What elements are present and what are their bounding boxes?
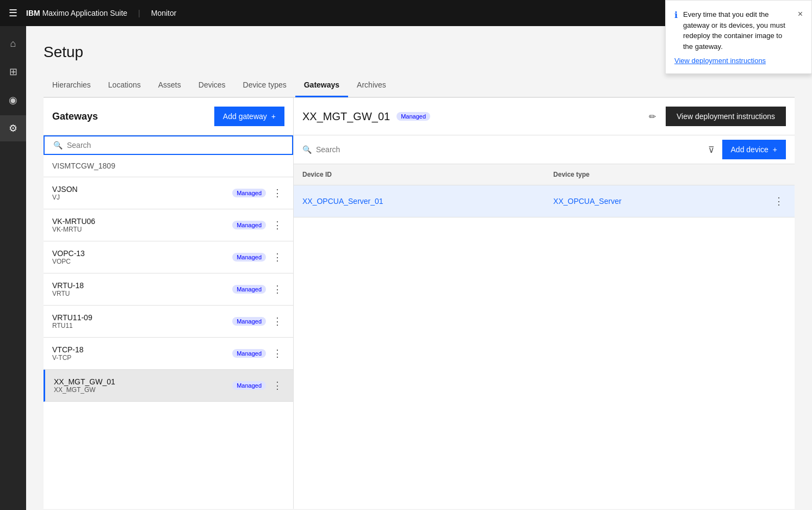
device-panel-managed-badge: Managed bbox=[396, 112, 430, 121]
device-panel: XX_MGT_GW_01 Managed ✏ View deployment i… bbox=[294, 98, 795, 509]
list-item[interactable]: VRTU-18 VRTU Managed ⋮ bbox=[44, 273, 293, 306]
brand: IBM Maximo Application Suite bbox=[26, 9, 127, 17]
gateway-item-sub: RTU11 bbox=[52, 322, 232, 329]
notification-close-button[interactable]: × bbox=[798, 9, 803, 19]
list-item[interactable]: VJSON VJ Managed ⋮ bbox=[44, 177, 293, 209]
left-sidebar: ⌂ ⊞ ◉ ⚙ bbox=[0, 26, 26, 510]
gateway-item-name: VJSON bbox=[52, 185, 232, 194]
edit-gateway-button[interactable]: ✏ bbox=[646, 108, 659, 125]
device-table-header: Device ID Device type bbox=[294, 164, 795, 185]
gateway-item-name: VOPC-13 bbox=[52, 249, 232, 258]
add-gateway-label: Add gateway bbox=[223, 112, 267, 121]
add-gateway-button[interactable]: Add gateway + bbox=[214, 107, 284, 126]
gateway-item-name: VRTU11-09 bbox=[52, 313, 232, 322]
gateway-kebab-button[interactable]: ⋮ bbox=[270, 185, 284, 201]
managed-badge: Managed bbox=[232, 189, 266, 197]
gateway-item-info: VOPC-13 VOPC bbox=[52, 249, 232, 265]
list-item[interactable]: XX_MGT_GW_01 XX_MGT_GW Managed ⋮ bbox=[44, 370, 293, 402]
list-item[interactable]: VRTU11-09 RTU11 Managed ⋮ bbox=[44, 306, 293, 338]
tab-gateways[interactable]: Gateways bbox=[295, 74, 348, 97]
gateway-item-sub: VJ bbox=[52, 194, 232, 201]
tab-locations[interactable]: Locations bbox=[100, 74, 150, 97]
search-icon: 🔍 bbox=[53, 141, 63, 150]
tab-devices[interactable]: Devices bbox=[190, 74, 234, 97]
gateways-panel-title: Gateways bbox=[52, 111, 98, 122]
sidebar-icon-map[interactable]: ◉ bbox=[0, 87, 26, 113]
notification-deploy-link[interactable]: View deployment instructions bbox=[674, 57, 766, 65]
gateway-kebab-button[interactable]: ⋮ bbox=[270, 377, 284, 394]
gateways-search-input[interactable] bbox=[67, 141, 283, 150]
col-device-type: Device type bbox=[544, 164, 763, 185]
gateway-item-name: XX_MGT_GW_01 bbox=[54, 377, 232, 386]
gateway-kebab-button[interactable]: ⋮ bbox=[270, 345, 284, 362]
device-table: Device ID Device type XX_OPCUA_Server_01… bbox=[294, 164, 795, 217]
gateway-item-info: VRTU-18 VRTU bbox=[52, 281, 232, 297]
tab-device-types[interactable]: Device types bbox=[234, 74, 295, 97]
device-id-cell: XX_OPCUA_Server_01 bbox=[294, 185, 544, 217]
tab-assets[interactable]: Assets bbox=[150, 74, 190, 97]
add-gateway-plus-icon: + bbox=[271, 112, 276, 121]
gateway-item-sub: V-TCP bbox=[52, 354, 232, 362]
view-deployment-instructions-button[interactable]: View deployment instructions bbox=[666, 107, 786, 126]
gateway-item-name: VTCP-18 bbox=[52, 345, 232, 354]
device-search-input[interactable] bbox=[316, 145, 701, 154]
device-id-link[interactable]: XX_OPCUA_Server_01 bbox=[302, 197, 383, 206]
tab-hierarchies[interactable]: Hierarchies bbox=[44, 74, 100, 97]
menu-icon[interactable]: ☰ bbox=[9, 7, 17, 19]
gateways-list: VISMTCGW_1809 VJSON VJ Managed ⋮ VK-MRTU… bbox=[44, 155, 293, 509]
device-table-body: XX_OPCUA_Server_01 XX_OPCUA_Server ⋮ bbox=[294, 185, 795, 217]
gateway-item-sub: VOPC bbox=[52, 258, 232, 265]
gateway-item-name: VRTU-18 bbox=[52, 281, 232, 290]
nav-separator: | bbox=[138, 9, 140, 17]
gateway-kebab-button[interactable]: ⋮ bbox=[270, 313, 284, 329]
list-item[interactable]: VK-MRTU06 VK-MRTU Managed ⋮ bbox=[44, 209, 293, 241]
main-content: Setup Hierarchies Locations Assets Devic… bbox=[26, 26, 812, 510]
device-panel-header: XX_MGT_GW_01 Managed ✏ View deployment i… bbox=[294, 98, 795, 135]
add-device-button[interactable]: Add device + bbox=[722, 140, 786, 159]
managed-badge: Managed bbox=[232, 317, 266, 326]
device-type-cell: XX_OPCUA_Server bbox=[544, 185, 763, 217]
gateways-panel: Gateways Add gateway + 🔍 VISMTCGW_1809 V bbox=[44, 98, 294, 509]
add-device-plus-icon: + bbox=[773, 145, 777, 154]
managed-badge: Managed bbox=[232, 253, 266, 262]
filter-button[interactable]: ⊽ bbox=[705, 141, 718, 158]
device-search-bar: 🔍 ⊽ Add device + bbox=[294, 135, 795, 164]
notification-text: Every time that you edit the gateway or … bbox=[683, 9, 792, 52]
list-item[interactable]: VISMTCGW_1809 bbox=[44, 155, 293, 177]
device-row-kebab-button[interactable]: ⋮ bbox=[772, 193, 786, 209]
gateway-kebab-button[interactable]: ⋮ bbox=[270, 217, 284, 233]
nav-module: Monitor bbox=[151, 9, 177, 17]
gateway-item-info: XX_MGT_GW_01 XX_MGT_GW bbox=[54, 377, 232, 394]
notification-popup: ℹ Every time that you edit the gateway o… bbox=[665, 0, 812, 74]
device-row-actions: ⋮ bbox=[763, 185, 795, 217]
gateway-kebab-button[interactable]: ⋮ bbox=[270, 249, 284, 265]
device-search-icon: 🔍 bbox=[302, 145, 312, 154]
device-type-link[interactable]: XX_OPCUA_Server bbox=[553, 197, 621, 206]
managed-badge: Managed bbox=[232, 221, 266, 229]
gateways-search-bar: 🔍 bbox=[44, 135, 293, 155]
gateway-item-info: VRTU11-09 RTU11 bbox=[52, 313, 232, 329]
gateway-item-sub: VRTU bbox=[52, 290, 232, 297]
gateways-panel-header: Gateways Add gateway + bbox=[44, 98, 293, 135]
add-device-label: Add device bbox=[731, 145, 768, 154]
list-item[interactable]: VOPC-13 VOPC Managed ⋮ bbox=[44, 241, 293, 273]
gateway-item-info: VTCP-18 V-TCP bbox=[52, 345, 232, 362]
info-icon: ℹ bbox=[674, 10, 678, 20]
sidebar-icon-home[interactable]: ⌂ bbox=[0, 30, 26, 57]
device-panel-gateway-name: XX_MGT_GW_01 bbox=[302, 110, 390, 123]
sidebar-icon-settings[interactable]: ⚙ bbox=[0, 115, 26, 141]
table-row: XX_OPCUA_Server_01 XX_OPCUA_Server ⋮ bbox=[294, 185, 795, 217]
notification-header: ℹ Every time that you edit the gateway o… bbox=[674, 9, 803, 52]
gateway-item-sub: VK-MRTU bbox=[52, 226, 232, 233]
managed-badge: Managed bbox=[232, 381, 266, 390]
gateway-item-sub: XX_MGT_GW bbox=[54, 386, 232, 394]
tab-archives[interactable]: Archives bbox=[348, 74, 395, 97]
tabs-bar: Hierarchies Locations Assets Devices Dev… bbox=[44, 74, 795, 97]
managed-badge: Managed bbox=[232, 285, 266, 294]
panels-container: Gateways Add gateway + 🔍 VISMTCGW_1809 V bbox=[44, 97, 795, 509]
gateway-item-name: VK-MRTU06 bbox=[52, 217, 232, 226]
col-device-id: Device ID bbox=[294, 164, 544, 185]
list-item[interactable]: VTCP-18 V-TCP Managed ⋮ bbox=[44, 338, 293, 370]
sidebar-icon-dashboard[interactable]: ⊞ bbox=[0, 59, 26, 85]
gateway-kebab-button[interactable]: ⋮ bbox=[270, 281, 284, 297]
